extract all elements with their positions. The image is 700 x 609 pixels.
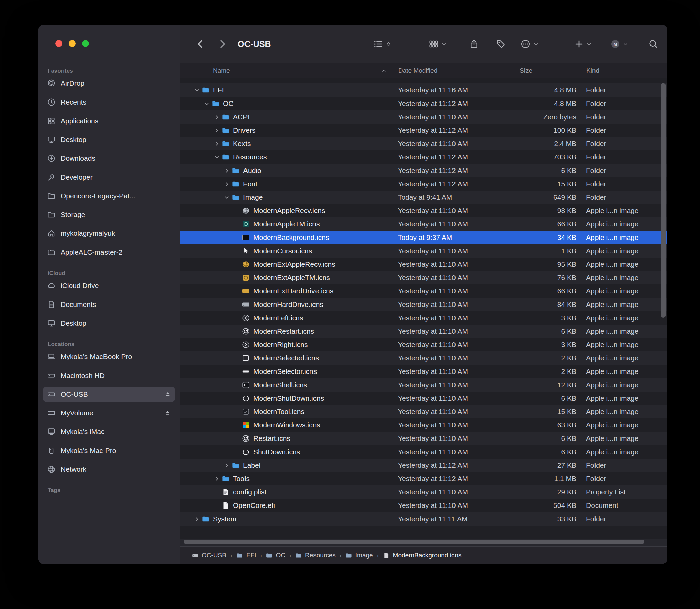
file-row-modernselector-icns[interactable]: ModernSelector.icnsYesterday at 11:10 AM… bbox=[180, 365, 667, 378]
sidebar-item-mykola-s-mac-pro[interactable]: Mykola’s Mac Pro bbox=[43, 443, 175, 458]
file-row-system[interactable]: SystemYesterday at 11:11 AM33 KBFolder bbox=[180, 512, 667, 526]
file-row-label[interactable]: LabelYesterday at 11:12 AM27 KBFolder bbox=[180, 458, 667, 472]
sidebar-item-mykola-s-macbook-pro[interactable]: Mykola’s MacBook Pro bbox=[43, 349, 175, 364]
eject-icon[interactable] bbox=[164, 391, 171, 398]
folder-gray-icon bbox=[47, 192, 56, 200]
file-row-image[interactable]: ImageToday at 9:41 AM649 KBFolder bbox=[180, 191, 667, 204]
disclosure-open-icon[interactable] bbox=[202, 101, 211, 106]
file-row-drivers[interactable]: DriversYesterday at 11:12 AM100 KBFolder bbox=[180, 124, 667, 137]
file-row-modernextappletm-icns[interactable]: ModernExtAppleTM.icnsYesterday at 11:10 … bbox=[180, 271, 667, 284]
zoom-window-button[interactable] bbox=[82, 40, 89, 47]
disclosure-closed-icon[interactable] bbox=[212, 476, 221, 481]
file-row-kexts[interactable]: KextsYesterday at 11:10 AM2.4 MBFolder bbox=[180, 137, 667, 151]
disclosure-closed-icon[interactable] bbox=[222, 181, 231, 187]
file-row-modernshell-icns[interactable]: ModernShell.icnsYesterday at 11:10 AM12 … bbox=[180, 378, 667, 392]
more-actions-button[interactable] bbox=[521, 39, 539, 49]
account-button[interactable]: M bbox=[610, 39, 628, 49]
sidebar-item-applealc-master-2[interactable]: AppleALC-master-2 bbox=[43, 245, 175, 260]
sidebar-item-oc-usb[interactable]: OC-USB bbox=[43, 386, 175, 402]
disclosure-closed-icon[interactable] bbox=[192, 517, 201, 522]
group-by-control[interactable] bbox=[429, 39, 447, 49]
path-item-image[interactable]: Image bbox=[345, 552, 373, 559]
disclosure-closed-icon[interactable] bbox=[212, 141, 221, 146]
sidebar-item-network[interactable]: Network bbox=[43, 462, 175, 477]
sidebar-item-desktop[interactable]: Desktop bbox=[43, 132, 175, 147]
file-row-modernextapplerecv-icns[interactable]: ModernExtAppleRecv.icnsYesterday at 11:1… bbox=[180, 258, 667, 271]
sidebar-item-applications[interactable]: Applications bbox=[43, 113, 175, 129]
file-row-modernshutdown-icns[interactable]: ModernShutDown.icnsYesterday at 11:10 AM… bbox=[180, 392, 667, 405]
disclosure-closed-icon[interactable] bbox=[222, 168, 231, 173]
sidebar-item-icloud-drive[interactable]: iCloud Drive bbox=[43, 278, 175, 293]
path-item-modernbackground-icns[interactable]: ModernBackground.icns bbox=[383, 552, 461, 559]
file-row-tools[interactable]: ToolsYesterday at 11:12 AM1.1 MBFolder bbox=[180, 472, 667, 485]
file-row-modernappletm-icns[interactable]: ModernAppleTM.icnsYesterday at 11:10 AM6… bbox=[180, 218, 667, 231]
sidebar-item-storage[interactable]: Storage bbox=[43, 207, 175, 223]
back-button[interactable] bbox=[195, 38, 206, 49]
vertical-scrollbar[interactable] bbox=[661, 83, 665, 317]
disclosure-open-icon[interactable] bbox=[192, 88, 201, 93]
file-row-modernright-icns[interactable]: ModernRight.icnsYesterday at 11:10 AM3 K… bbox=[180, 338, 667, 351]
column-headers: NameDate ModifiedSizeKind bbox=[180, 63, 667, 78]
path-item-oc[interactable]: OC bbox=[266, 552, 285, 559]
view-options-control[interactable] bbox=[373, 39, 391, 49]
sidebar-item-developer[interactable]: Developer bbox=[43, 170, 175, 185]
sidebar-item-desktop[interactable]: Desktop bbox=[43, 316, 175, 331]
file-row-moderntool-icns[interactable]: ModernTool.icnsYesterday at 11:10 AM15 K… bbox=[180, 405, 667, 418]
sidebar-item-myvolume[interactable]: MyVolume bbox=[43, 405, 175, 421]
file-name-cell: ModernLeft.icns bbox=[180, 314, 393, 322]
path-item-efi[interactable]: EFI bbox=[236, 552, 256, 559]
file-row-modernbackground-icns[interactable]: ModernBackground.icnsToday at 9:37 AM34 … bbox=[180, 231, 667, 244]
sidebar-item-downloads[interactable]: Downloads bbox=[43, 151, 175, 166]
disclosure-open-icon[interactable] bbox=[222, 195, 231, 200]
sidebar-item-macintosh-hd[interactable]: Macintosh HD bbox=[43, 368, 175, 383]
sidebar-item-mykola-s-imac[interactable]: Mykola’s iMac bbox=[43, 424, 175, 439]
icloud-icon bbox=[47, 281, 56, 290]
sidebar-item-documents[interactable]: Documents bbox=[43, 297, 175, 312]
disclosure-closed-icon[interactable] bbox=[222, 463, 231, 468]
file-row-acpi[interactable]: ACPIYesterday at 11:10 AMZero bytesFolde… bbox=[180, 110, 667, 124]
disclosure-closed-icon[interactable] bbox=[212, 115, 221, 120]
path-item-oc-usb[interactable]: OC-USB bbox=[192, 552, 226, 559]
file-row-modernharddrive-icns[interactable]: ModernHardDrive.icnsYesterday at 11:10 A… bbox=[180, 298, 667, 311]
file-row-modernapplerecv-icns[interactable]: ModernAppleRecv.icnsYesterday at 11:10 A… bbox=[180, 204, 667, 218]
file-row-modernextharddrive-icns[interactable]: ModernExtHardDrive.icnsYesterday at 11:1… bbox=[180, 284, 667, 298]
tags-button[interactable] bbox=[496, 39, 506, 49]
file-row-modernrestart-icns[interactable]: ModernRestart.icnsYesterday at 11:10 AM6… bbox=[180, 325, 667, 338]
file-row-config-plist[interactable]: config.plistYesterday at 11:10 AM29 KBPr… bbox=[180, 485, 667, 499]
file-row-opencore-efi[interactable]: OpenCore.efiYesterday at 11:10 AM504 KBD… bbox=[180, 499, 667, 512]
file-row-oc[interactable]: OCYesterday at 11:12 AM4.8 MBFolder bbox=[180, 97, 667, 110]
share-button[interactable] bbox=[469, 39, 479, 49]
file-row-font[interactable]: FontYesterday at 11:12 AM15 KBFolder bbox=[180, 177, 667, 191]
new-item-button[interactable] bbox=[574, 39, 592, 49]
column-header-kind[interactable]: Kind bbox=[580, 63, 667, 78]
file-row-shutdown-icns[interactable]: ShutDown.icnsYesterday at 11:10 AM6 KBAp… bbox=[180, 445, 667, 458]
file-row-modernselected-icns[interactable]: ModernSelected.icnsYesterday at 11:10 AM… bbox=[180, 351, 667, 365]
sidebar-item-label: Storage bbox=[60, 211, 85, 219]
close-window-button[interactable] bbox=[55, 40, 62, 47]
sidebar-item-airdrop[interactable]: AirDrop bbox=[43, 76, 175, 91]
column-header-size[interactable]: Size bbox=[516, 63, 580, 78]
column-header-name[interactable]: Name bbox=[180, 63, 393, 78]
search-button[interactable] bbox=[648, 39, 659, 49]
file-row-modernleft-icns[interactable]: ModernLeft.icnsYesterday at 11:10 AM3 KB… bbox=[180, 311, 667, 325]
file-row-restart-icns[interactable]: Restart.icnsYesterday at 11:10 AM6 KBApp… bbox=[180, 432, 667, 445]
developer-icon bbox=[47, 173, 56, 181]
disclosure-closed-icon[interactable] bbox=[212, 128, 221, 133]
file-row-efi[interactable]: EFIYesterday at 11:16 AM4.8 MBFolder bbox=[180, 83, 667, 97]
column-header-date-modified[interactable]: Date Modified bbox=[393, 63, 516, 78]
minimize-window-button[interactable] bbox=[69, 40, 76, 47]
file-row-resources[interactable]: ResourcesYesterday at 11:12 AM703 KBFold… bbox=[180, 151, 667, 164]
eject-icon[interactable] bbox=[164, 410, 171, 416]
folder-gray-icon bbox=[47, 210, 56, 219]
path-item-resources[interactable]: Resources bbox=[295, 552, 336, 559]
disclosure-open-icon[interactable] bbox=[212, 155, 221, 160]
file-row-modernwindows-icns[interactable]: ModernWindows.icnsYesterday at 11:10 AM6… bbox=[180, 418, 667, 432]
file-name-cell: ModernAppleTM.icns bbox=[180, 220, 393, 228]
file-row-moderncursor-icns[interactable]: ModernCursor.icnsYesterday at 11:10 AM1 … bbox=[180, 244, 667, 258]
file-row-audio[interactable]: AudioYesterday at 11:12 AM6 KBFolder bbox=[180, 164, 667, 177]
forward-button[interactable] bbox=[217, 38, 228, 49]
sidebar-item-recents[interactable]: Recents bbox=[43, 94, 175, 110]
horizontal-scrollbar[interactable] bbox=[183, 540, 644, 544]
sidebar-item-opencore-legacy-pat[interactable]: Opencore-Legacy-Pat... bbox=[43, 188, 175, 204]
sidebar-item-mykolagrymalyuk[interactable]: mykolagrymalyuk bbox=[43, 226, 175, 241]
